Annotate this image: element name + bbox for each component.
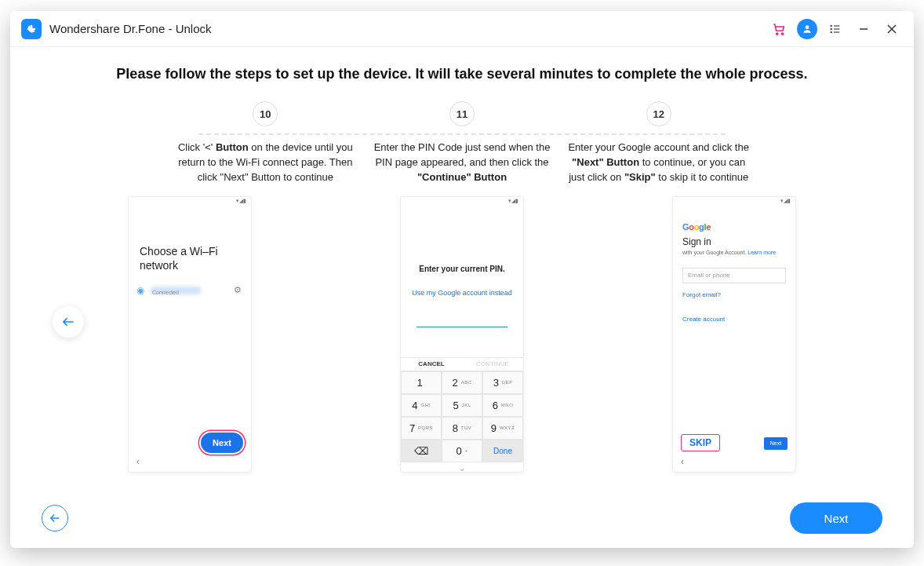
cancel-label: CANCEL — [401, 358, 462, 371]
keypad: 1 2ABC 3DEF 4GHI 5JKL 6MNO 7PQRS 8TUV 9W… — [401, 371, 523, 462]
hint-back-arrow-icon[interactable] — [53, 306, 84, 338]
continue-label: CONTINUE — [462, 358, 523, 371]
next-button[interactable]: Next — [790, 502, 882, 534]
device-next-small: Next — [764, 437, 788, 450]
svg-point-4 — [806, 25, 809, 29]
backspace-icon: ⌫ — [401, 440, 442, 462]
signin-title: Sign in — [682, 236, 786, 247]
step-badge: 11 — [449, 101, 475, 126]
device-screenshot-google: ▾◢▮ Google Sign in with your Google Acco… — [672, 196, 796, 473]
main-content: Please follow the steps to set up the de… — [10, 47, 914, 548]
forgot-email-link: Forgot email? — [682, 291, 786, 298]
device-screenshot-pin: ▾◢▮ Enter your current PIN. Use my Googl… — [400, 196, 524, 473]
step-description: Enter the PIN Code just send when the PI… — [364, 141, 561, 185]
email-field: Email or phone — [682, 268, 786, 283]
wifi-status: Connected — [152, 290, 179, 295]
svg-rect-1 — [27, 27, 36, 30]
status-bar-icon: ▾◢▮ — [129, 197, 251, 203]
wifi-network-row: ◉ ⚙ Connected — [129, 272, 251, 296]
device-next-button-highlight: Next — [201, 433, 243, 453]
close-button[interactable] — [878, 15, 906, 43]
wifi-title: Choose a Wi–Fi network — [129, 203, 251, 272]
step-badge: 10 — [253, 101, 278, 126]
status-bar-icon: ▾◢▮ — [401, 197, 523, 203]
window-title: Wondershare Dr.Fone - Unlock — [49, 22, 211, 35]
footer-nav: Next — [10, 488, 914, 548]
back-button[interactable] — [42, 505, 68, 531]
device-back-icon: ‹ — [136, 456, 140, 467]
use-google-link: Use my Google account instead — [401, 289, 523, 297]
step-description: Enter your Google account and click the … — [560, 141, 757, 185]
page-heading: Please follow the steps to set up the de… — [10, 66, 914, 82]
create-account-link: Create account — [682, 316, 786, 323]
status-bar-icon: ▾◢▮ — [673, 197, 795, 203]
minimize-button[interactable] — [849, 15, 878, 43]
device-skip-button-highlight: SKIP — [681, 434, 720, 451]
cart-icon[interactable] — [765, 15, 793, 43]
device-back-icon: ‹ — [681, 456, 684, 467]
profile-icon[interactable] — [793, 15, 821, 43]
google-logo: Google — [682, 222, 786, 232]
step-badge: 12 — [646, 101, 671, 126]
done-key: Done — [482, 440, 523, 462]
wifi-icon: ◉ — [136, 285, 144, 296]
svg-point-5 — [831, 25, 831, 26]
app-logo-icon — [21, 19, 42, 39]
step-description: Click '<' Button on the device until you… — [167, 141, 364, 185]
svg-point-2 — [777, 32, 778, 34]
menu-list-icon[interactable] — [821, 15, 849, 43]
titlebar: Wondershare Dr.Fone - Unlock — [10, 11, 914, 47]
gear-icon: ⚙ — [234, 285, 242, 295]
step-12: 12 Enter your Google account and click t… — [560, 101, 757, 185]
device-screenshot-wifi: ▾◢▮ Choose a Wi–Fi network ◉ ⚙ Connected… — [128, 196, 252, 473]
svg-point-3 — [781, 32, 783, 34]
signin-subtitle: with your Google Account. Learn more — [682, 250, 786, 255]
svg-point-7 — [831, 28, 831, 29]
pin-actions: CANCEL CONTINUE — [401, 357, 523, 371]
step-10: 10 Click '<' Button on the device until … — [167, 101, 364, 185]
step-11: 11 Enter the PIN Code just send when the… — [364, 101, 561, 185]
app-window: Wondershare Dr.Fone - Unlock Please foll… — [10, 11, 914, 548]
pin-input-line — [417, 327, 507, 327]
pin-title: Enter your current PIN. — [401, 203, 523, 273]
chevron-down-icon: ⌄ — [401, 462, 523, 473]
svg-point-9 — [831, 31, 831, 32]
